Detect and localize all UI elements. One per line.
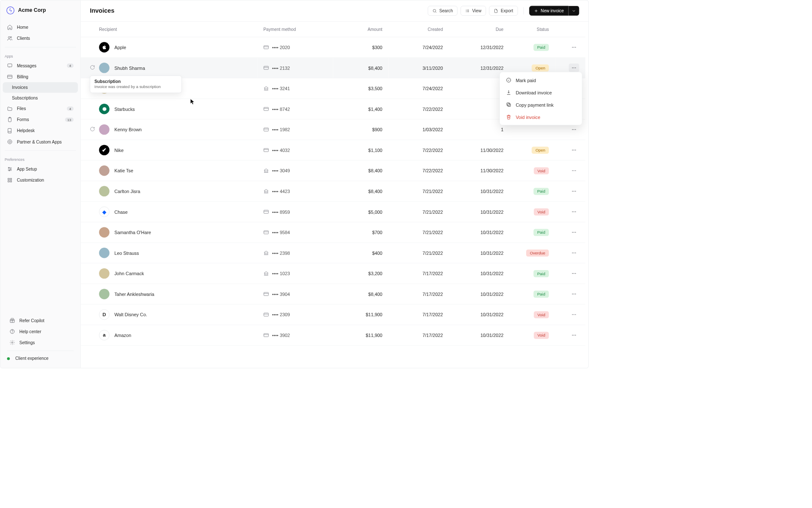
nav-item-messages[interactable]: Messages4 [3, 60, 78, 71]
bank-icon [263, 188, 269, 194]
menu-item-download-invoice[interactable]: Download invoice [502, 86, 580, 99]
view-button[interactable]: View [461, 6, 486, 16]
avatar: ✔ [99, 145, 110, 155]
payment-last4: •••• 3902 [272, 333, 290, 338]
more-icon [571, 250, 577, 256]
col-status[interactable]: Status [510, 22, 555, 37]
col-due[interactable]: Due [449, 22, 510, 37]
col-recipient[interactable]: Recipient [81, 22, 258, 37]
nav-item-clients[interactable]: Clients [3, 33, 78, 44]
menu-item-mark-paid[interactable]: Mark paid [502, 74, 580, 86]
row-actions-button[interactable] [569, 64, 579, 72]
new-invoice-label: New invoice [541, 8, 564, 14]
copy-payment-link-icon [506, 102, 511, 108]
nav-item-invoices[interactable]: Invoices [3, 82, 78, 93]
users-icon [7, 36, 13, 41]
row-actions-button[interactable] [569, 187, 579, 196]
nav-item-forms[interactable]: Forms13 [3, 114, 78, 125]
row-actions-button[interactable] [569, 166, 579, 175]
nav-item-files[interactable]: Files4 [3, 103, 78, 114]
client-experience-link[interactable]: Client experience [3, 353, 78, 364]
created-value: 7/22/2022 [389, 140, 449, 160]
nav-item-help-center[interactable]: Help center [5, 326, 75, 337]
nav-item-home[interactable]: Home [3, 22, 78, 33]
row-actions-button[interactable] [569, 310, 579, 319]
more-icon [571, 332, 577, 338]
nav-item-refer-copilot[interactable]: Refer Copilot [5, 315, 75, 326]
col-created[interactable]: Created [389, 22, 449, 37]
nav-badge: 4 [67, 107, 74, 111]
new-invoice-button[interactable]: New invoice [529, 6, 568, 16]
status-badge: Open [532, 146, 549, 154]
brand-logo-icon: ϟ [6, 6, 14, 14]
nav-item-subscriptions[interactable]: Subscriptions [3, 93, 78, 103]
col-amount[interactable]: Amount [333, 22, 388, 37]
card-icon [263, 44, 269, 50]
table-row[interactable]: DWalt Disney Co.•••• 2309$11,9007/17/202… [81, 304, 585, 325]
new-invoice-dropdown[interactable] [568, 6, 579, 16]
table-row[interactable]: Carlton Jisra•••• 4423$8,4007/21/202210/… [81, 181, 585, 202]
subscription-icon [90, 127, 95, 133]
avatar [99, 227, 110, 238]
more-icon [571, 65, 577, 71]
col-payment[interactable]: Payment method [257, 22, 333, 37]
nav-item-billing[interactable]: Billing [3, 71, 78, 82]
row-actions-button[interactable] [569, 207, 579, 216]
bank-icon [263, 86, 269, 91]
payment-method: •••• 2132 [263, 65, 327, 71]
nav-item-helpdesk[interactable]: Helpdesk [3, 125, 78, 136]
sliders-icon [7, 166, 13, 172]
row-actions-button[interactable] [569, 228, 579, 237]
bank-icon [263, 168, 269, 174]
search-button[interactable]: Search [428, 6, 458, 16]
bank-icon [263, 271, 269, 276]
status-badge: Paid [534, 44, 549, 51]
menu-item-void-invoice[interactable]: Void invoice [502, 111, 580, 123]
more-icon [571, 147, 577, 153]
menu-item-label: Download invoice [516, 90, 551, 95]
export-button[interactable]: Export [489, 6, 518, 16]
table-row[interactable]: Taher Ankleshwaria•••• 3904$8,4007/17/20… [81, 284, 585, 304]
due-value: 10/31/2022 [449, 181, 510, 202]
grid-icon [7, 177, 13, 183]
table-row[interactable]: aAmazon•••• 3902$11,9007/17/202210/31/20… [81, 325, 585, 345]
document-icon [494, 8, 498, 13]
payment-method: •••• 2309 [263, 312, 327, 318]
due-value: 10/31/2022 [449, 202, 510, 222]
row-actions-button[interactable] [569, 146, 579, 154]
avatar [99, 42, 110, 52]
brand[interactable]: ϟ Acme Corp [0, 0, 80, 22]
created-value: 3/11/2020 [389, 58, 449, 78]
subscription-tooltip: SubscriptionInvoice was created by a sub… [90, 75, 182, 93]
avatar [99, 248, 110, 258]
table-row[interactable]: Leo Strauss•••• 2398$4007/21/202210/31/2… [81, 243, 585, 263]
clipboard-icon [7, 117, 13, 122]
row-actions-button[interactable] [569, 125, 579, 134]
row-actions-button[interactable] [569, 248, 579, 257]
recipient-name: Kenny Brown [114, 127, 142, 132]
nav-item-app-setup[interactable]: App Setup [3, 163, 78, 174]
table-row[interactable]: Samantha O'Hare•••• 9584$7007/21/202210/… [81, 222, 585, 243]
void-invoice-icon [506, 114, 511, 120]
table-row[interactable]: Apple•••• 2020$3007/24/202212/31/2022Pai… [81, 37, 585, 58]
table-row[interactable]: Katie Tse•••• 3049$8,4007/22/202211/30/2… [81, 160, 585, 181]
table-row[interactable]: ◆Chase•••• 8959$5,0007/21/202210/31/2022… [81, 202, 585, 222]
client-experience-label: Client experience [15, 356, 48, 361]
nav-item-label: Refer Copilot [19, 318, 44, 323]
recipient-name: Taher Ankleshwaria [114, 291, 154, 296]
table-row[interactable]: John Carmack•••• 1023$3,2007/17/202210/3… [81, 263, 585, 284]
table-row[interactable]: ✔Nike•••• 4032$1,1007/22/202211/30/2022O… [81, 140, 585, 160]
row-actions-button[interactable] [569, 43, 579, 52]
created-value: 7/17/2022 [389, 263, 449, 284]
due-value: 12/31/2022 [449, 37, 510, 58]
nav-item-customization[interactable]: Customization [3, 175, 78, 186]
row-actions-button[interactable] [569, 290, 579, 298]
row-actions-button[interactable] [569, 331, 579, 340]
nav-item-settings[interactable]: Settings [5, 337, 75, 348]
row-actions-button[interactable] [569, 269, 579, 278]
export-label: Export [501, 8, 513, 14]
nav-item-partner-custom-apps[interactable]: Partner & Custom Apps [3, 136, 78, 147]
table-row[interactable]: Shubh SharmaSubscriptionInvoice was crea… [81, 58, 585, 78]
recipient-name: Leo Strauss [114, 250, 139, 255]
menu-item-copy-payment-link[interactable]: Copy payment link [502, 99, 580, 111]
